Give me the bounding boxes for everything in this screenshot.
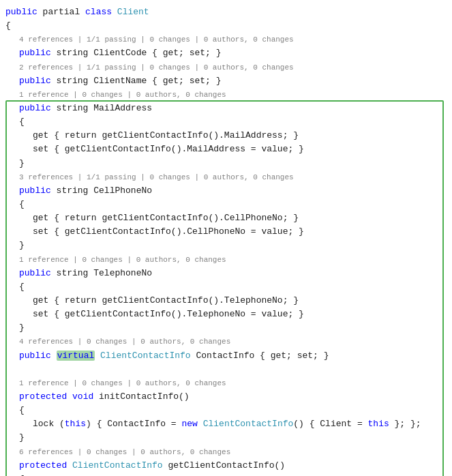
code-token: ClientContactInfo [203, 419, 294, 429]
code-line: { [5, 198, 447, 211]
code-token: getClientContactInfo() [163, 460, 285, 471]
code-line: public string TelephoneNo [5, 267, 447, 280]
code-token: public [19, 103, 51, 113]
code-line: protected ClientContactInfo getClientCon… [5, 459, 447, 473]
code-line: } [5, 239, 447, 252]
code-line: { [5, 19, 447, 33]
code-token: initContactInfo() [93, 391, 189, 402]
code-meta: 2 references | 1/1 passing | 0 changes |… [19, 63, 294, 72]
code-token: { [19, 282, 25, 292]
code-line: get { return getClientContactInfo().Cell… [5, 211, 447, 225]
code-meta: 1 reference | 0 changes | 0 authors, 0 c… [19, 379, 226, 387]
code-line: set { getClientContactInfo().CellPhoneNo… [5, 225, 447, 239]
code-token: class [85, 7, 112, 17]
code-token: set { getClientContactInfo().MailAddress… [33, 144, 304, 154]
code-token: () { Client = [293, 419, 367, 429]
code-line: public string ClientCode { get; set; } [5, 46, 447, 60]
code-lines: public partial class Client{4 references… [5, 5, 447, 476]
code-token: } [19, 432, 25, 443]
code-token: ClientContactInfo [100, 351, 191, 361]
code-line: { [5, 280, 447, 294]
code-token: protected [19, 460, 67, 471]
code-token: new [181, 419, 197, 429]
code-token: set { getClientContactInfo().CellPhoneNo… [33, 226, 304, 237]
code-token [198, 419, 203, 429]
code-line: public partial class Client [5, 5, 447, 19]
code-token: ClientContactInfo [72, 460, 163, 471]
code-token: get { return getClientContactInfo().Tele… [33, 295, 299, 306]
code-line: 4 references | 1/1 passing | 0 changes |… [5, 33, 447, 46]
code-token: protected [19, 391, 67, 402]
code-container: public partial class Client{4 references… [5, 5, 447, 476]
code-token: public [19, 268, 51, 278]
code-line: } [5, 157, 447, 170]
code-line: { [5, 473, 447, 476]
code-token: this [65, 419, 86, 429]
code-token: string TelephoneNo [51, 268, 152, 278]
code-token: } [19, 323, 25, 333]
code-token [95, 351, 100, 361]
code-line: 3 references | 1/1 passing | 0 changes |… [5, 170, 447, 184]
code-token: { [19, 199, 25, 209]
code-token: get { return getClientContactInfo().Cell… [33, 213, 299, 223]
code-line: lock (this) { ContactInfo = new ClientCo… [5, 417, 447, 431]
code-token: { [19, 117, 25, 127]
code-token [51, 351, 57, 361]
code-token: ) { ContactInfo = [86, 419, 181, 429]
code-token: string MailAddress [51, 103, 152, 113]
code-meta: 1 reference | 0 changes | 0 authors, 0 c… [19, 256, 226, 264]
code-line: public string ClientName { get; set; } [5, 74, 447, 88]
code-meta: 1 reference | 0 changes | 0 authors, 0 c… [19, 91, 226, 99]
keyword-highlight: virtual [57, 351, 95, 361]
code-meta: 4 references | 1/1 passing | 0 changes |… [19, 35, 294, 44]
code-line: public string MailAddress [5, 102, 447, 115]
code-token: }; }; [389, 419, 421, 429]
code-line [5, 363, 447, 376]
code-token: public [19, 76, 51, 86]
code-token: { [5, 20, 11, 31]
code-token: void [72, 391, 93, 402]
code-line: 2 references | 1/1 passing | 0 changes |… [5, 61, 447, 74]
code-token: lock ( [33, 419, 65, 429]
code-token: string ClientName { get; set; } [51, 76, 222, 86]
code-token: } [19, 240, 25, 250]
code-line: { [5, 404, 447, 417]
code-line: 1 reference | 0 changes | 0 authors, 0 c… [5, 376, 447, 390]
code-line: get { return getClientContactInfo().Tele… [5, 294, 447, 308]
code-token: { [19, 405, 25, 415]
code-line: 4 references | 0 changes | 0 authors, 0 … [5, 335, 447, 348]
code-token: set { getClientContactInfo().TelephoneNo… [33, 309, 304, 319]
code-token: this [368, 419, 389, 429]
code-token: public [5, 7, 37, 17]
code-line: } [5, 321, 447, 335]
code-line: 1 reference | 0 changes | 0 authors, 0 c… [5, 88, 447, 102]
code-line: get { return getClientContactInfo().Mail… [5, 129, 447, 143]
code-line: set { getClientContactInfo().MailAddress… [5, 143, 447, 156]
code-line: 6 references | 0 changes | 0 authors, 0 … [5, 445, 447, 459]
code-token: ContactInfo { get; set; } [191, 351, 329, 361]
code-token: public [19, 351, 51, 361]
code-token: public [19, 185, 51, 196]
code-token: string CellPhoneNo [51, 185, 152, 196]
code-line: { [5, 115, 447, 129]
code-line: public string CellPhoneNo [5, 184, 447, 198]
code-token [67, 460, 72, 471]
code-meta: 6 references | 0 changes | 0 authors, 0 … [19, 448, 230, 456]
code-meta: 4 references | 0 changes | 0 authors, 0 … [19, 338, 230, 346]
code-token: } [19, 158, 25, 168]
code-line: public virtual ClientContactInfo Contact… [5, 349, 447, 363]
code-line: 1 reference | 0 changes | 0 authors, 0 c… [5, 253, 447, 267]
code-token: get { return getClientContactInfo().Mail… [33, 130, 299, 140]
code-line: } [5, 431, 447, 445]
code-token: public [19, 48, 51, 58]
code-token: partial [37, 7, 85, 17]
code-token [67, 391, 72, 402]
code-token: string ClientCode { get; set; } [51, 48, 222, 58]
code-meta: 3 references | 1/1 passing | 0 changes |… [19, 173, 294, 181]
code-line: set { getClientContactInfo().TelephoneNo… [5, 308, 447, 321]
code-line: protected void initContactInfo() [5, 390, 447, 404]
code-token: Client [112, 7, 149, 17]
